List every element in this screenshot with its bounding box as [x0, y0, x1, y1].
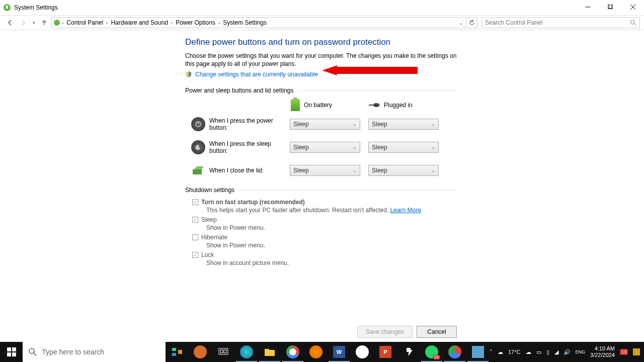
- chevron-down-icon: ⌄: [431, 168, 435, 173]
- checkbox[interactable]: [192, 217, 198, 223]
- start-button[interactable]: [0, 342, 23, 362]
- svg-rect-29: [220, 350, 223, 353]
- window-title: System Settings: [14, 4, 58, 11]
- weather-temp[interactable]: 17°C: [508, 349, 521, 355]
- taskbar-app[interactable]: [189, 342, 212, 362]
- checkbox[interactable]: [192, 252, 198, 258]
- svg-line-9: [634, 24, 636, 26]
- language-icon[interactable]: ENG: [576, 349, 586, 354]
- dropdown-lid-battery[interactable]: Sleep⌄: [290, 165, 360, 176]
- search-input[interactable]: Search Control Panel: [481, 17, 640, 28]
- taskbar-chrome[interactable]: [281, 342, 304, 362]
- chevron-down-icon: ⌄: [353, 122, 357, 127]
- wifi-icon[interactable]: ◢: [554, 349, 558, 355]
- checkbox[interactable]: [192, 234, 198, 240]
- forward-button[interactable]: [17, 17, 29, 29]
- taskbar-app[interactable]: [166, 342, 189, 362]
- close-button[interactable]: [621, 0, 644, 14]
- svg-point-8: [630, 20, 634, 24]
- breadcrumb-seg[interactable]: Power Options: [174, 19, 217, 26]
- clock[interactable]: 4:10 AM 3/22/2024: [590, 345, 615, 358]
- breadcrumb-seg[interactable]: Control Panel: [64, 19, 105, 26]
- checkbox[interactable]: [192, 199, 198, 205]
- notifications-icon[interactable]: 13: [620, 349, 628, 355]
- svg-point-7: [54, 20, 60, 26]
- taskbar-word[interactable]: W: [328, 342, 351, 362]
- breadcrumb-seg[interactable]: System Settings: [221, 19, 269, 26]
- svg-point-23: [29, 348, 34, 353]
- minimize-button[interactable]: [576, 0, 599, 14]
- svg-rect-16: [193, 169, 202, 174]
- location-icon: [53, 19, 61, 27]
- annotation-arrow: [322, 65, 418, 75]
- task-view[interactable]: [212, 342, 235, 362]
- svg-rect-17: [335, 67, 418, 74]
- taskbar-app[interactable]: [351, 342, 374, 362]
- chevron-down-icon: ⌄: [431, 145, 435, 150]
- shield-icon: [185, 71, 192, 78]
- taskbar-app[interactable]: [397, 342, 420, 362]
- dropdown-sleep-plugged[interactable]: Sleep⌄: [368, 142, 439, 153]
- checkbox-lock: Lock Show in account picture menu.: [192, 251, 457, 267]
- setting-power-button: When I press the power button: Sleep⌄ Sl…: [191, 117, 457, 131]
- tray-chevron-icon[interactable]: ˄: [490, 349, 493, 355]
- setting-lid-close: When I close the lid: Sleep⌄ Sleep⌄: [191, 163, 457, 177]
- window-controls: [576, 0, 644, 14]
- save-button[interactable]: Save changes: [357, 326, 413, 338]
- svg-rect-20: [12, 347, 16, 351]
- svg-point-10: [373, 103, 379, 107]
- dropdown-power-plugged[interactable]: Sleep⌄: [368, 119, 439, 130]
- plug-icon: [369, 102, 380, 108]
- back-button[interactable]: [4, 17, 16, 29]
- taskbar-explorer[interactable]: [258, 342, 281, 362]
- svg-rect-21: [7, 352, 11, 356]
- search-icon: [630, 20, 636, 26]
- taskbar-app[interactable]: [443, 342, 466, 362]
- section-shutdown: Shutdown settings: [185, 187, 234, 194]
- cancel-button[interactable]: Cancel: [417, 326, 457, 338]
- recent-dropdown[interactable]: ▾: [30, 17, 37, 29]
- taskbar: Type here to search W P 25 ˄ ☁ 17°C ☁ ▭ …: [0, 342, 644, 362]
- lid-icon: [191, 163, 205, 177]
- svg-rect-1: [6, 6, 8, 9]
- nav-bar: ▾ › Control Panel› Hardware and Sound› P…: [0, 15, 644, 30]
- setting-label: When I press the power button:: [209, 117, 290, 131]
- chevron-down-icon: ⌄: [353, 145, 357, 150]
- dropdown-sleep-battery[interactable]: Sleep⌄: [290, 142, 360, 153]
- divider: [238, 190, 457, 191]
- refresh-button[interactable]: [466, 17, 477, 28]
- svg-rect-4: [609, 5, 613, 9]
- breadcrumb[interactable]: › Control Panel› Hardware and Sound› Pow…: [51, 17, 466, 28]
- battery-icon: [291, 99, 300, 111]
- svg-rect-25: [172, 348, 176, 351]
- breadcrumb-dropdown[interactable]: ⌄: [456, 20, 466, 26]
- tray-icon[interactable]: ▭: [536, 349, 541, 355]
- svg-rect-22: [12, 352, 16, 356]
- checkbox-hibernate: Hibernate Show in Power menu.: [192, 234, 457, 250]
- taskbar-settings[interactable]: [466, 342, 490, 362]
- maximize-button[interactable]: [599, 0, 621, 14]
- divider: [297, 90, 457, 91]
- svg-marker-18: [322, 65, 337, 75]
- dropdown-power-battery[interactable]: Sleep⌄: [290, 119, 360, 130]
- section-power-buttons: Power and sleep buttons and lid settings: [185, 87, 293, 94]
- taskbar-whatsapp[interactable]: 25: [420, 342, 443, 362]
- battery-icon[interactable]: ▯: [546, 349, 549, 355]
- tray-icon[interactable]: [633, 348, 640, 355]
- svg-rect-19: [7, 347, 11, 351]
- dropdown-lid-plugged[interactable]: Sleep⌄: [368, 165, 439, 176]
- learn-more-link[interactable]: Learn More: [390, 207, 421, 214]
- power-button-icon: [191, 117, 205, 131]
- volume-icon[interactable]: 🔊: [564, 349, 571, 355]
- taskbar-firefox[interactable]: [304, 342, 328, 362]
- col-plugged: Plugged in: [369, 99, 447, 111]
- system-tray[interactable]: ˄ ☁ 17°C ☁ ▭ ▯ ◢ 🔊 ENG 4:10 AM 3/22/2024…: [490, 345, 644, 358]
- setting-label: When I press the sleep button:: [209, 140, 290, 154]
- taskbar-search[interactable]: Type here to search: [23, 342, 166, 362]
- onedrive-icon[interactable]: ☁: [526, 349, 531, 355]
- up-button[interactable]: [38, 17, 50, 29]
- taskbar-edge[interactable]: [235, 342, 258, 362]
- breadcrumb-seg[interactable]: Hardware and Sound: [109, 19, 170, 26]
- weather-icon[interactable]: ☁: [498, 349, 503, 355]
- taskbar-powerpoint[interactable]: P: [374, 342, 397, 362]
